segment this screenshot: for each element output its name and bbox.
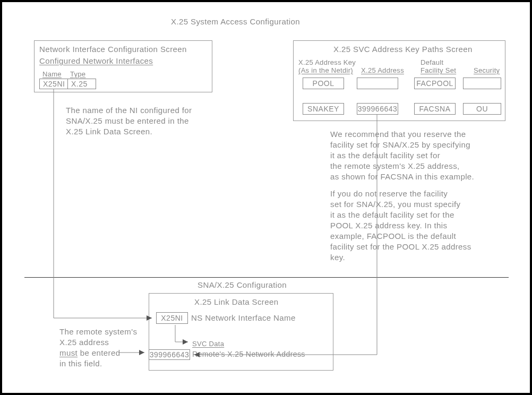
diagram-page: X.25 System Access Configuration Network… <box>0 0 532 395</box>
svg-marker-2 <box>139 350 144 355</box>
connectors <box>2 2 532 395</box>
svg-marker-0 <box>147 315 152 321</box>
svg-marker-3 <box>183 339 188 345</box>
svg-marker-1 <box>194 352 200 357</box>
